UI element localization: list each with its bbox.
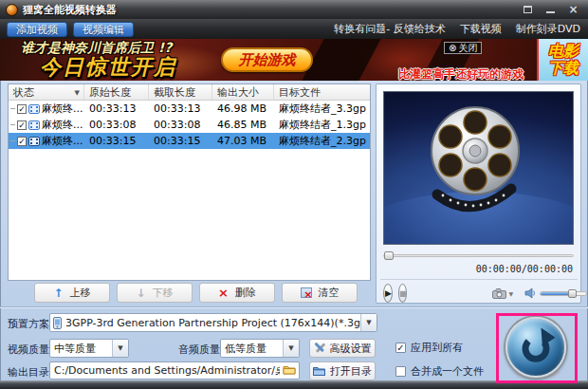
audio-quality-select[interactable]: 低等质量 ▼ <box>220 339 300 358</box>
ad-banner[interactable]: 谁才是神奈川首席后卫 !? 今日惊世开启 开始游戏 ⊗ 关闭 比灌篮高手还好玩的… <box>0 39 588 81</box>
row-size: 46.98 MB <box>212 102 274 115</box>
column-capture-length[interactable]: 截取长度 <box>149 84 212 100</box>
move-up-button[interactable]: ↑ 上移 <box>34 283 110 303</box>
convert-arrow-icon <box>515 326 557 368</box>
row-target: 麻烦终结者_2.3gp <box>274 134 370 148</box>
preset-label: 预置方案: <box>8 317 53 331</box>
apply-all-checkbox[interactable]: ✓ 应用到所有 <box>395 341 463 355</box>
row-checkbox[interactable]: ✓ <box>17 104 27 114</box>
row-name: 麻烦终... <box>42 102 83 116</box>
merge-checkbox[interactable]: 合并成一个文件 <box>395 364 484 379</box>
play-icon: ▶ <box>385 288 392 298</box>
close-button[interactable]: × <box>565 3 581 16</box>
volume-slider[interactable] <box>540 289 587 298</box>
window-controls: × <box>520 3 581 16</box>
skin-button[interactable] <box>520 3 536 16</box>
preset-select[interactable]: 3GPP-3rd Generation Partnership Project … <box>49 313 377 332</box>
sort-arrow-icon[interactable]: ▼ <box>75 89 80 97</box>
snapshot-button[interactable]: ▼ <box>492 288 513 299</box>
row-capture: 00:33:08 <box>149 119 212 131</box>
video-quality-value: 中等质量 <box>50 342 112 356</box>
skin-icon <box>524 6 532 13</box>
advanced-settings-button[interactable]: 高级设置 <box>309 339 376 358</box>
column-target-file[interactable]: 目标文件 <box>274 84 370 100</box>
feedback-link[interactable]: 转换有问题- 反馈给技术 <box>334 22 445 36</box>
row-target: 麻烦终结者_1.3gp <box>274 118 370 132</box>
delete-button[interactable]: × 删除 <box>199 283 275 303</box>
table-row-selected[interactable]: ✓ 麻烦终... 00:33:15 00:33:15 47.03 MB 麻烦终结… <box>9 133 370 149</box>
row-original: 00:33:15 <box>84 135 149 147</box>
toolbar: 添加视频 视频编辑 转换有问题- 反馈给技术 下载视频 制作刻录DVD <box>0 19 588 39</box>
file-list-table: 状态 ▼ 原始长度 截取长度 输出大小 目标文件 ✓ 麻烦终... 00:33:… <box>8 83 371 281</box>
row-size: 46.85 MB <box>212 119 274 131</box>
banner-tagline: 比灌篮高手还好玩的游戏 <box>398 66 524 81</box>
play-button[interactable]: ▶ <box>383 284 393 303</box>
playback-controls: ▶ ■ ▼ <box>383 283 574 304</box>
open-dir-button[interactable]: 打开目录 <box>309 361 376 380</box>
column-status[interactable]: 状态 ▼ <box>9 84 84 100</box>
film-icon <box>28 137 40 146</box>
down-arrow-icon: ↓ <box>136 287 145 300</box>
move-down-button[interactable]: ↓ 下移 <box>117 283 193 303</box>
column-output-size[interactable]: 输出大小 <box>212 84 274 100</box>
movie-download-ad[interactable]: 电影下载 <box>537 39 588 81</box>
banner-headline2: 今日惊世开启 <box>40 53 176 81</box>
burn-dvd-link[interactable]: 制作刻录DVD <box>516 22 580 36</box>
apply-all-label: 应用到所有 <box>411 341 463 355</box>
titlebar: 狸窝全能视频转换器 × <box>0 0 588 19</box>
volume-thumb[interactable] <box>568 289 577 298</box>
preset-dropdown-icon[interactable]: ▼ <box>360 314 377 331</box>
folder-blue-icon <box>313 366 325 376</box>
stop-button[interactable]: ■ <box>398 284 408 303</box>
convert-button[interactable] <box>505 317 566 378</box>
output-dir-input[interactable] <box>49 361 300 380</box>
checkbox-unchecked[interactable] <box>395 366 406 377</box>
row-name: 麻烦终... <box>42 134 83 148</box>
preview-panel: 00:00:00/00:00:00 ▶ ■ ▼ <box>376 83 581 304</box>
row-name: 麻烦终... <box>42 118 83 132</box>
column-original-length[interactable]: 原始长度 <box>84 84 149 100</box>
video-quality-dropdown-icon[interactable]: ▼ <box>112 340 128 357</box>
row-original: 00:33:08 <box>84 119 149 131</box>
table-header: 状态 ▼ 原始长度 截取长度 输出大小 目标文件 <box>9 84 370 101</box>
row-target: 麻烦终结者_3.3gp <box>274 102 370 116</box>
volume-fill <box>541 292 571 295</box>
row-capture: 00:33:13 <box>149 102 212 115</box>
table-row[interactable]: ✓ 麻烦终... 00:33:13 00:33:13 46.98 MB 麻烦终结… <box>9 101 370 117</box>
toolbar-links: 转换有问题- 反馈给技术 下载视频 制作刻录DVD <box>334 22 580 36</box>
audio-quality-value: 低等质量 <box>221 342 283 356</box>
minimize-button[interactable] <box>542 3 559 16</box>
tools-icon <box>314 343 325 354</box>
banner-close-icon: ⊗ <box>449 43 456 53</box>
film-icon <box>28 120 40 130</box>
seek-thumb[interactable] <box>384 251 394 260</box>
add-video-button[interactable]: 添加视频 <box>7 22 67 37</box>
row-checkbox[interactable]: ✓ <box>17 137 27 146</box>
app-window: 狸窝全能视频转换器 × 添加视频 视频编辑 转换有问题- 反馈给技术 下载视频 … <box>0 0 588 389</box>
speaker-icon[interactable] <box>524 287 537 299</box>
banner-close-button[interactable]: ⊗ 关闭 <box>444 42 482 54</box>
output-dir-label: 输出目录: <box>8 365 53 380</box>
checkbox-checked[interactable]: ✓ <box>395 343 406 353</box>
phone-icon <box>53 317 62 329</box>
edit-video-button[interactable]: 视频编辑 <box>73 22 134 37</box>
start-game-button[interactable]: 开始游戏 <box>221 47 313 72</box>
download-video-link[interactable]: 下载视频 <box>460 22 502 36</box>
window-bottom-edge <box>0 380 588 389</box>
video-quality-label: 视频质量: <box>8 343 53 357</box>
movie-download-label: 电影下载 <box>546 43 580 78</box>
audio-quality-label: 音频质量: <box>178 343 224 357</box>
video-quality-select[interactable]: 中等质量 ▼ <box>49 339 129 358</box>
row-capture: 00:33:15 <box>149 135 212 147</box>
divider <box>380 279 578 280</box>
clear-icon: × <box>301 287 312 298</box>
table-row[interactable]: ✓ 麻烦终... 00:33:08 00:33:08 46.85 MB 麻烦终结… <box>9 117 370 133</box>
row-checkbox[interactable]: ✓ <box>17 120 27 130</box>
audio-quality-dropdown-icon[interactable]: ▼ <box>283 340 299 357</box>
film-reel-graphic <box>420 102 539 238</box>
clear-button[interactable]: × 清空 <box>282 283 358 303</box>
camera-icon <box>492 288 506 299</box>
folder-yellow-icon[interactable] <box>283 364 296 375</box>
seek-slider[interactable] <box>383 251 574 260</box>
list-actions: ↑ 上移 ↓ 下移 × 删除 × 清空 <box>34 283 358 303</box>
